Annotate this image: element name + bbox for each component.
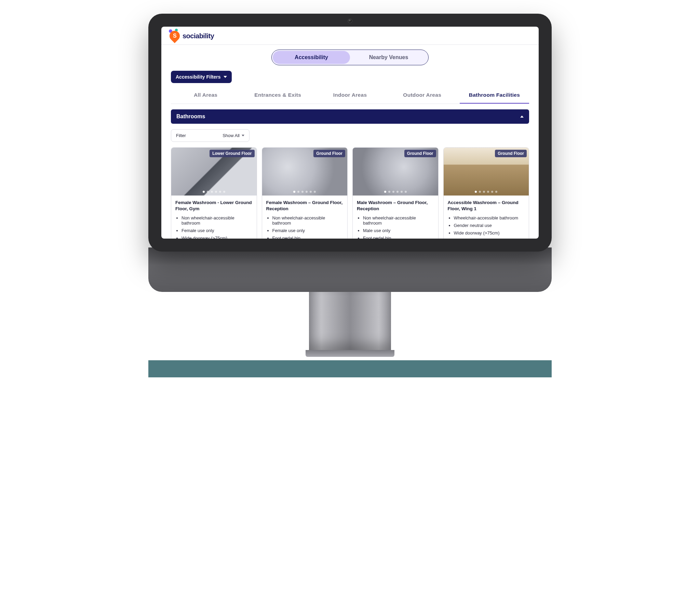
brand-logo[interactable]: S sociability [169,30,214,42]
feature-item: Foot pedal bin [363,236,434,239]
feature-item: Male use only [363,228,434,233]
filter-label: Filter [176,133,186,138]
background-floor [148,360,552,377]
filter-dropdown[interactable]: Filter Show All [171,129,250,142]
bathroom-card[interactable]: Ground Floor Female Washroom – Ground Fl… [262,147,348,239]
primary-tab-group: Accessibility Nearby Venues [271,50,429,65]
card-title: Male Washroom – Ground Floor, Reception [357,200,434,212]
bathroom-card-grid: Lower Ground Floor Female Washroom - Low… [171,147,529,239]
card-feature-list: Non wheelchair-accessible bathroom Femal… [266,215,344,239]
section-title: Bathrooms [176,113,205,120]
floor-badge: Lower Ground Floor [210,150,254,157]
bathroom-card[interactable]: Ground Floor Male Washroom – Ground Floo… [352,147,439,239]
floor-badge: Ground Floor [404,150,436,157]
caret-down-icon [242,135,244,136]
section-bathrooms-header[interactable]: Bathrooms [171,109,529,124]
feature-item: Non wheelchair-accessible bathroom [181,215,253,226]
feature-item: Non wheelchair-accessible bathroom [363,215,434,226]
feature-item: Wide doorway (>75cm) [181,236,253,239]
area-tab-group: All Areas Entrances & Exits Indoor Areas… [171,89,529,104]
tab-accessibility[interactable]: Accessibility [273,51,350,64]
brand-name: sociability [183,32,214,40]
bathroom-card[interactable]: Lower Ground Floor Female Washroom - Low… [171,147,257,239]
card-feature-list: Non wheelchair-accessible bathroom Femal… [175,215,253,239]
card-title: Accessible Washroom – Ground Floor, Wing… [448,200,525,212]
feature-item: Non wheelchair-accessible bathroom [272,215,344,226]
floor-badge: Ground Floor [495,150,527,157]
area-tab-indoor[interactable]: Indoor Areas [315,89,385,104]
monitor-bezel: S sociability Accessibility Nearby Venue… [148,14,552,252]
tab-label: All Areas [194,92,217,98]
chevron-down-icon [224,76,227,78]
feature-item: Gender neutral use [454,223,525,228]
feature-item: Wheelchair-accessible bathroom [454,215,525,220]
camera-icon [348,18,352,23]
tab-label: Bathroom Facilities [469,92,520,98]
feature-item: Female use only [272,228,344,233]
carousel-dots [444,191,529,193]
card-image[interactable]: Lower Ground Floor [171,148,257,196]
carousel-dots [171,191,257,193]
tab-label: Outdoor Areas [403,92,441,98]
chevron-up-icon [520,116,524,118]
app-screen: S sociability Accessibility Nearby Venue… [161,27,539,239]
monitor-chin [148,247,552,292]
area-tab-entrances[interactable]: Entrances & Exits [243,89,312,104]
card-feature-list: Non wheelchair-accessible bathroom Male … [357,215,434,239]
app-header: S sociability [161,27,539,45]
area-tab-outdoor[interactable]: Outdoor Areas [388,89,457,104]
tab-label: Entrances & Exits [254,92,301,98]
feature-item: Female use only [181,228,253,233]
monitor-stand [306,292,394,357]
floor-badge: Ground Floor [313,150,345,157]
tab-nearby-venues[interactable]: Nearby Venues [350,51,427,64]
card-image[interactable]: Ground Floor [262,148,348,196]
bathroom-card[interactable]: Ground Floor Accessible Washroom – Groun… [443,147,529,239]
tab-label: Accessibility [295,54,328,60]
button-label: Accessibility Filters [176,74,221,80]
tab-label: Indoor Areas [333,92,367,98]
brand-logo-icon: S [169,30,180,42]
card-image[interactable]: Ground Floor [353,148,438,196]
feature-item: Wide doorway (>75cm) [454,230,525,236]
carousel-dots [353,191,438,193]
tab-label: Nearby Venues [369,54,408,60]
carousel-dots [262,191,348,193]
card-feature-list: Wheelchair-accessible bathroom Gender ne… [448,215,525,236]
card-title: Female Washroom – Ground Floor, Receptio… [266,200,344,212]
card-image[interactable]: Ground Floor [444,148,529,196]
area-tab-bathroom[interactable]: Bathroom Facilities [460,89,529,104]
card-title: Female Washroom - Lower Ground Floor, Gy… [175,200,253,212]
filter-value: Show All [223,133,240,138]
area-tab-all[interactable]: All Areas [171,89,240,104]
feature-item: Foot pedal bin [272,236,344,239]
accessibility-filters-button[interactable]: Accessibility Filters [171,71,232,83]
